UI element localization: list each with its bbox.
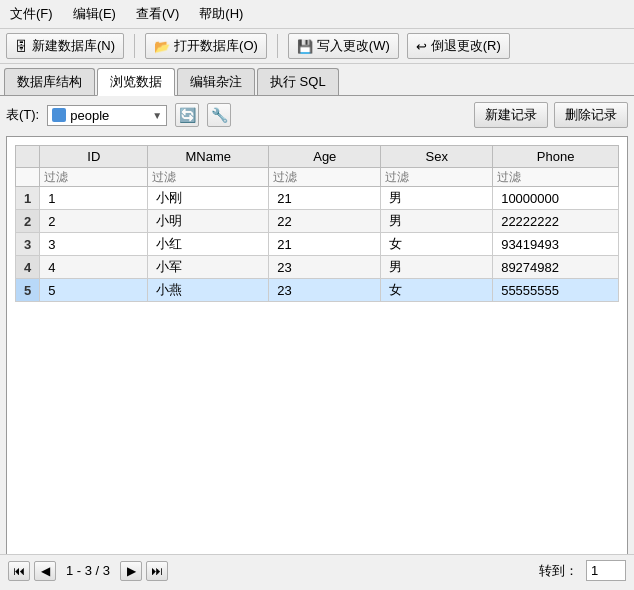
new-database-icon: 🗄 — [15, 39, 28, 54]
cell-age: 23 — [269, 279, 381, 302]
dropdown-arrow-icon: ▼ — [152, 110, 162, 121]
table-selector[interactable]: people ▼ — [47, 105, 167, 126]
cell-age: 22 — [269, 210, 381, 233]
goto-input[interactable] — [586, 560, 626, 581]
menu-edit[interactable]: 编辑(E) — [69, 3, 120, 25]
filter-cell-phone[interactable] — [493, 168, 619, 187]
prev-page-button[interactable]: ◀ — [34, 561, 56, 581]
data-content-box: ID MName Age Sex Phone 1 1 小刚 — [6, 136, 628, 582]
cell-mname: 小刚 — [148, 187, 269, 210]
open-database-button[interactable]: 📂 打开数据库(O) — [145, 33, 267, 59]
last-page-button[interactable]: ⏭ — [146, 561, 168, 581]
next-page-button[interactable]: ▶ — [120, 561, 142, 581]
cell-mname: 小明 — [148, 210, 269, 233]
tab-db-structure[interactable]: 数据库结构 — [4, 68, 95, 95]
first-page-button[interactable]: ⏮ — [8, 561, 30, 581]
filter-mname-input[interactable] — [148, 168, 268, 186]
table-row[interactable]: 5 5 小燕 23 女 55555555 — [16, 279, 619, 302]
tab-execute-sql[interactable]: 执行 SQL — [257, 68, 339, 95]
col-header-rownum — [16, 146, 40, 168]
filter-age-input[interactable] — [269, 168, 380, 186]
open-database-icon: 📂 — [154, 39, 170, 54]
cell-age: 23 — [269, 256, 381, 279]
tab-browse-data[interactable]: 浏览数据 — [97, 68, 175, 96]
cell-rownum: 1 — [16, 187, 40, 210]
filter-phone-input[interactable] — [493, 168, 618, 186]
cell-age: 21 — [269, 233, 381, 256]
cell-id: 4 — [40, 256, 148, 279]
extra-button[interactable]: 🔧 — [207, 103, 231, 127]
cell-rownum: 4 — [16, 256, 40, 279]
main-content: 表(T): people ▼ 🔄 🔧 新建记录 删除记录 ID MName Ag… — [0, 96, 634, 586]
cell-rownum: 5 — [16, 279, 40, 302]
page-info: 1 - 3 / 3 — [60, 563, 116, 578]
goto-label: 转到： — [539, 562, 582, 580]
filter-sex-input[interactable] — [381, 168, 492, 186]
table-row[interactable]: 3 3 小红 21 女 93419493 — [16, 233, 619, 256]
cell-phone: 10000000 — [493, 187, 619, 210]
toolbar-separator-1 — [134, 34, 135, 58]
col-header-age: Age — [269, 146, 381, 168]
table-label: 表(T): — [6, 106, 39, 124]
cell-sex: 男 — [381, 187, 493, 210]
new-database-button[interactable]: 🗄 新建数据库(N) — [6, 33, 124, 59]
col-header-mname: MName — [148, 146, 269, 168]
toolbar: 🗄 新建数据库(N) 📂 打开数据库(O) 💾 写入更改(W) ↩ 倒退更改(R… — [0, 29, 634, 64]
cell-sex: 男 — [381, 256, 493, 279]
col-header-phone: Phone — [493, 146, 619, 168]
cell-mname: 小军 — [148, 256, 269, 279]
toolbar-separator-2 — [277, 34, 278, 58]
new-record-button[interactable]: 新建记录 — [474, 102, 548, 128]
cell-id: 2 — [40, 210, 148, 233]
filter-cell-sex[interactable] — [381, 168, 493, 187]
menu-file[interactable]: 文件(F) — [6, 3, 57, 25]
delete-record-button[interactable]: 删除记录 — [554, 102, 628, 128]
cell-age: 21 — [269, 187, 381, 210]
filter-id-input[interactable] — [40, 168, 147, 186]
pagination-bar: ⏮ ◀ 1 - 3 / 3 ▶ ⏭ 转到： — [0, 554, 634, 586]
table-icon — [52, 108, 66, 122]
cell-id: 1 — [40, 187, 148, 210]
menu-bar: 文件(F) 编辑(E) 查看(V) 帮助(H) — [0, 0, 634, 29]
revert-changes-button[interactable]: ↩ 倒退更改(R) — [407, 33, 510, 59]
table-header-row: ID MName Age Sex Phone — [16, 146, 619, 168]
col-header-id: ID — [40, 146, 148, 168]
table-row[interactable]: 2 2 小明 22 男 22222222 — [16, 210, 619, 233]
tab-bar: 数据库结构 浏览数据 编辑杂注 执行 SQL — [0, 64, 634, 96]
cell-sex: 女 — [381, 233, 493, 256]
filter-cell-id[interactable] — [40, 168, 148, 187]
data-table: ID MName Age Sex Phone 1 1 小刚 — [15, 145, 619, 302]
cell-mname: 小燕 — [148, 279, 269, 302]
cell-rownum: 3 — [16, 233, 40, 256]
tab-edit-pragma[interactable]: 编辑杂注 — [177, 68, 255, 95]
refresh-button[interactable]: 🔄 — [175, 103, 199, 127]
cell-mname: 小红 — [148, 233, 269, 256]
filter-cell-rownum — [16, 168, 40, 187]
filter-cell-age[interactable] — [269, 168, 381, 187]
write-changes-icon: 💾 — [297, 39, 313, 54]
menu-help[interactable]: 帮助(H) — [195, 3, 247, 25]
cell-id: 5 — [40, 279, 148, 302]
table-row[interactable]: 1 1 小刚 21 男 10000000 — [16, 187, 619, 210]
cell-sex: 女 — [381, 279, 493, 302]
cell-rownum: 2 — [16, 210, 40, 233]
cell-phone: 93419493 — [493, 233, 619, 256]
menu-view[interactable]: 查看(V) — [132, 3, 183, 25]
table-controls: 表(T): people ▼ 🔄 🔧 新建记录 删除记录 — [6, 102, 628, 128]
table-select-name: people — [70, 108, 148, 123]
write-changes-button[interactable]: 💾 写入更改(W) — [288, 33, 399, 59]
table-body: 1 1 小刚 21 男 10000000 2 2 小明 22 男 2222222… — [16, 187, 619, 302]
cell-sex: 男 — [381, 210, 493, 233]
table-row[interactable]: 4 4 小军 23 男 89274982 — [16, 256, 619, 279]
cell-phone: 22222222 — [493, 210, 619, 233]
cell-phone: 89274982 — [493, 256, 619, 279]
filter-row — [16, 168, 619, 187]
cell-phone: 55555555 — [493, 279, 619, 302]
cell-id: 3 — [40, 233, 148, 256]
revert-changes-icon: ↩ — [416, 39, 427, 54]
action-buttons: 新建记录 删除记录 — [474, 102, 628, 128]
filter-cell-mname[interactable] — [148, 168, 269, 187]
col-header-sex: Sex — [381, 146, 493, 168]
